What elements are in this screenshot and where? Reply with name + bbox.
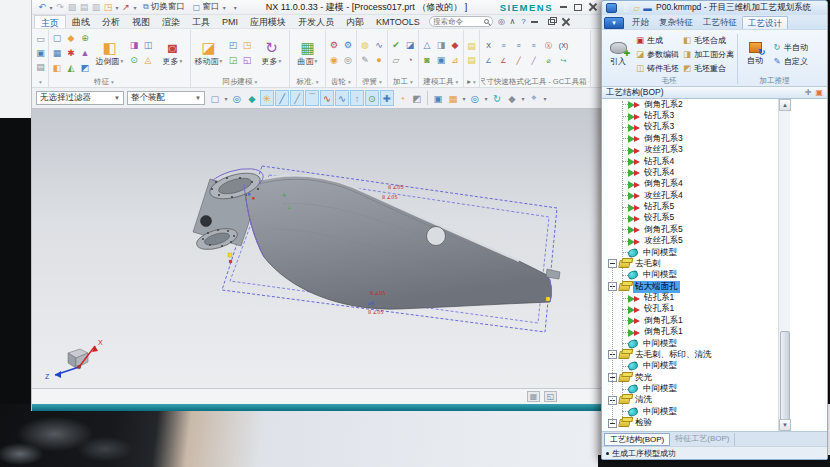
part-end-tab[interactable] [546, 269, 560, 279]
window-clip-icon[interactable]: ◱ [544, 391, 557, 402]
ribbon-icon[interactable]: ≡ [526, 38, 541, 53]
ribbon-icon[interactable]: ✱ [64, 46, 78, 61]
selection-bar-icon[interactable]: ◔ [395, 90, 409, 106]
tree-item-中间模型[interactable]: 中间模型 [602, 406, 827, 417]
ribbon-icon[interactable]: ◙ [420, 53, 434, 68]
ribbon-icon[interactable]: ◭ [64, 61, 78, 76]
selection-bar-icon[interactable]: ◎ [230, 90, 244, 106]
km-button-生成[interactable]: ▣生成 [635, 34, 679, 47]
ribbon-icon[interactable]: ▤ [465, 39, 478, 53]
pin-icon[interactable]: ✛ [805, 88, 812, 97]
km-button-半自动[interactable]: ↻半自动 [772, 41, 808, 54]
nx-tab-开发人员[interactable]: 开发人员 [292, 15, 340, 29]
vertex-marker[interactable] [229, 260, 232, 263]
chevron-down-icon[interactable]: ▾ [520, 95, 526, 102]
command-finder[interactable] [429, 16, 493, 27]
redo-icon[interactable]: ↷ [54, 1, 66, 14]
km-button-参数编辑[interactable]: ◪参数编辑 [635, 48, 679, 61]
selection-bar-icon[interactable]: ∿ [320, 90, 334, 106]
scrollbar-thumb[interactable] [780, 331, 790, 423]
nx-graphics-area[interactable]: 8 ∠058 ∠058 ∠05⌀88 ∠05✛⊥ X Z [32, 108, 603, 388]
ribbon-icon[interactable]: ↪ [556, 53, 571, 68]
ribbon-icon[interactable]: ✔ [389, 38, 403, 53]
ribbon-icon[interactable]: ◱ [240, 53, 254, 68]
km-tab-工艺设计[interactable]: 工艺设计 [742, 16, 788, 29]
ribbon-icon[interactable]: ▦ [50, 46, 64, 61]
km-app-menu-button[interactable]: ▾ [604, 17, 624, 29]
selection-bar-icon[interactable]: ◎ [468, 90, 482, 106]
nx-tab-主页[interactable]: 主页 [34, 15, 66, 29]
ribbon-button-曲面[interactable]: ▦曲面 [291, 40, 324, 67]
tree-item-倒角孔系4[interactable]: 倒角孔系4 [602, 179, 827, 190]
selection-bar-icon[interactable]: ↑ [350, 90, 364, 106]
tree-item-荧光[interactable]: 荧光 [602, 372, 827, 383]
tree-item-铰孔系3[interactable]: 铰孔系3 [602, 122, 827, 133]
ribbon-icon[interactable]: ▣ [434, 53, 448, 68]
ribbon-icon[interactable]: ◨ [127, 38, 141, 53]
tree-item-中间模型[interactable]: 中间模型 [602, 247, 827, 258]
tree-item-钻大端面孔[interactable]: 钻大端面孔 [602, 281, 827, 292]
tree-item-钻孔系5[interactable]: 钻孔系5 [602, 201, 827, 212]
selection-bar-icon[interactable]: ▢ [208, 90, 222, 106]
nx-tab-应用模块[interactable]: 应用模块 [244, 15, 292, 29]
km-button-自定义[interactable]: ✎自定义 [772, 55, 808, 68]
tree-item-攻丝孔系5[interactable]: 攻丝孔系5 [602, 236, 827, 247]
km-button-铸件毛坯[interactable]: ◫铸件毛坯 [635, 62, 679, 75]
part-hole[interactable] [427, 227, 446, 246]
km-button-毛坯重合[interactable]: ◩毛坯重合 [682, 62, 734, 75]
ribbon-icon[interactable]: ◰ [226, 38, 240, 53]
nx-tab-PMI[interactable]: PMI [216, 15, 244, 29]
new-file-icon[interactable]: ▯ [620, 3, 631, 13]
maximize-icon[interactable] [574, 4, 582, 11]
ribbon-icon[interactable]: ⊕ [78, 31, 92, 46]
selection-bar-icon[interactable]: ⌖ [527, 90, 541, 106]
selection-bar-icon[interactable]: ╱ [275, 90, 289, 106]
ribbon-icon[interactable]: Ⓧ [541, 38, 556, 53]
scroll-up-icon[interactable]: ▲ [779, 99, 791, 111]
ribbon-icon[interactable]: ◪ [403, 38, 417, 53]
scroll-down-icon[interactable]: ▼ [779, 419, 791, 431]
tree-item-倒角孔系1[interactable]: 倒角孔系1 [602, 327, 827, 338]
vertex-marker[interactable] [248, 193, 251, 196]
ribbon-icon[interactable]: ◆ [64, 31, 78, 46]
tree-item-铰孔系5[interactable]: 铰孔系5 [602, 213, 827, 224]
quick-access-overflow-icon[interactable]: ▾ [132, 4, 138, 11]
selection-bar-icon[interactable]: ╱ [290, 90, 304, 106]
km-button-加工面分离[interactable]: ◨加工面分离 [682, 48, 734, 61]
tree-item-铰孔系1[interactable]: 铰孔系1 [602, 304, 827, 315]
nx-tab-视图[interactable]: 视图 [126, 15, 156, 29]
ribbon-icon[interactable]: ◔ [403, 53, 417, 68]
km-tab-开始[interactable]: 开始 [627, 16, 654, 29]
ribbon-icon[interactable]: ▣ [34, 46, 47, 60]
clip-section-icon[interactable]: ▦ [527, 391, 540, 402]
selection-filter-dropdown[interactable]: 无选择过滤器 ▼ [36, 91, 124, 105]
cut-icon[interactable]: ▧ [66, 1, 78, 14]
ribbon-icon[interactable]: ⊙ [127, 53, 141, 68]
nx-tab-曲线[interactable]: 曲线 [66, 15, 96, 29]
ribbon-icon[interactable]: ◎ [341, 53, 355, 68]
tree-item-中间模型[interactable]: 中间模型 [602, 361, 827, 372]
ribbon-icon[interactable]: ◉ [327, 53, 341, 68]
tree-item-中间模型[interactable]: 中间模型 [602, 338, 827, 349]
tree-item-钻孔系1[interactable]: 钻孔系1 [602, 292, 827, 303]
ribbon-icon[interactable]: ● [372, 53, 386, 68]
tree-item-中间模型[interactable]: 中间模型 [602, 270, 827, 281]
vertex-marker[interactable] [228, 253, 232, 257]
selection-bar-icon[interactable]: ⊙ [365, 90, 379, 106]
ribbon-icon[interactable]: ▲ [78, 46, 92, 61]
chevron-down-icon[interactable]: ▾ [483, 95, 489, 102]
ribbon-icon[interactable]: ⚙ [341, 38, 355, 53]
km-tab-工艺特征[interactable]: 工艺特征 [698, 16, 742, 29]
ribbon-icon[interactable]: ▤ [34, 60, 47, 74]
process-structure-panel-header[interactable]: 工艺结构(BOP) ✛▣ [602, 86, 827, 99]
command-search-input[interactable] [433, 17, 482, 26]
selection-bar-icon[interactable]: ⌒ [305, 90, 319, 106]
ribbon-icon[interactable]: ▢ [50, 31, 64, 46]
selection-bar-icon[interactable]: ✚ [380, 90, 394, 106]
tree-item-检验[interactable]: 检验 [602, 418, 827, 429]
import-button[interactable]: 引入 [604, 32, 632, 76]
vertex-marker[interactable] [252, 197, 255, 200]
tree-item-倒角孔系2[interactable]: 倒角孔系2 [602, 99, 827, 110]
doc-minimize-icon[interactable] [531, 21, 538, 23]
ribbon-icon[interactable]: ◍ [358, 38, 372, 53]
